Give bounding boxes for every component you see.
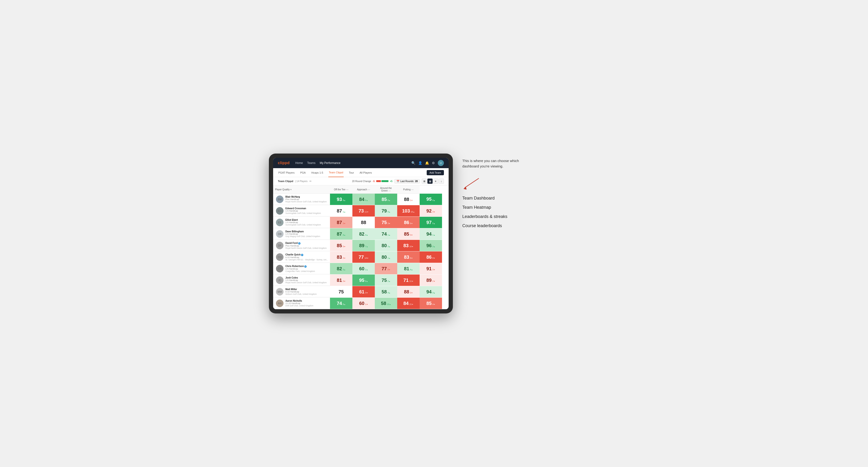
subnav-hcaps[interactable]: Hcaps 1-5 — [311, 168, 323, 177]
score-number: 75 — [382, 220, 387, 225]
dashboard-options: Team Dashboard Team Heatmap Leaderboards… — [462, 196, 599, 228]
edit-icon[interactable]: ✏ — [309, 180, 312, 183]
score-number: 58 — [382, 289, 387, 294]
option-leaderboards: Leaderboards & streaks — [462, 214, 599, 219]
player-cell-1[interactable]: EC Edward Crossman 1-5 Handicap Sunningd… — [273, 205, 330, 217]
subnav-tour[interactable]: Tour — [348, 168, 354, 177]
subnav-pgat[interactable]: PGAT Players — [278, 168, 295, 177]
user-icon[interactable]: 👤 — [418, 161, 422, 165]
change-arrow — [411, 269, 413, 271]
score-number: 94 — [427, 289, 432, 294]
score-change: 6 — [410, 222, 413, 224]
subnav-all-players[interactable]: All Players — [359, 168, 372, 177]
player-cell-0[interactable]: BM Blair McHarg Plus Handicap Royal Nort… — [273, 194, 330, 205]
nav-teams[interactable]: Teams — [307, 160, 315, 165]
subnav-team-clippd[interactable]: Team Clippd — [328, 168, 344, 177]
nav-home[interactable]: Home — [295, 160, 303, 165]
score-value: 84 21 — [397, 298, 420, 309]
change-arrow — [389, 280, 390, 282]
player-cell-4[interactable]: DF David Ford✓ Plus Handicap Royal North… — [273, 240, 330, 251]
player-handicap: 1-5 Handicap — [285, 233, 328, 235]
grid-view-btn[interactable]: ⊞ — [422, 179, 427, 184]
score-value: 92 3 — [420, 205, 442, 217]
player-cell-9[interactable]: AN Aaron Nicholls 11-15 Handicap Drift G… — [273, 298, 330, 309]
score-number: 85 — [404, 231, 409, 237]
player-avatar: DF — [276, 242, 283, 249]
round-change-section: 20 Round Change -5 +5 — [352, 180, 393, 183]
col-header-player[interactable]: Player Quality ▾ — [273, 185, 330, 194]
score-value: 77 14 — [352, 251, 375, 263]
settings-icon[interactable]: ⚙ — [432, 161, 435, 165]
score-value: 95 9 — [420, 194, 442, 205]
change-arrow — [434, 222, 435, 224]
player-cell-5[interactable]: CQ Charlie Quick✓ 6-10 Handicap St. Geor… — [273, 251, 330, 263]
score-cell-putting: 89 2 — [420, 275, 448, 286]
score-change: 7 — [365, 245, 368, 248]
col-header-approach[interactable]: Approach — — [352, 185, 375, 194]
col-header-putting[interactable]: Putting — — [397, 185, 420, 194]
score-change: 3 — [343, 269, 346, 271]
score-cell-player_quality: 87 3 — [330, 217, 352, 228]
score-cell-player_quality: 93 9 — [330, 194, 352, 205]
change-arrow — [411, 199, 413, 201]
score-cell-off_tee: 95 8 — [352, 275, 375, 286]
player-cell-3[interactable]: DB Dave Billingham 1-5 Handicap Gog Mago… — [273, 228, 330, 240]
score-cell-putting: 94 3 — [420, 286, 448, 298]
score-change: 4 — [388, 291, 390, 294]
change-arrow — [389, 269, 390, 271]
last-rounds-button[interactable]: 📅 Last Rounds: 20 — [394, 179, 420, 184]
score-number: 86 — [404, 220, 409, 225]
player-name: Chris Robertson✓ — [285, 265, 328, 268]
search-icon[interactable]: 🔍 — [411, 161, 415, 165]
change-negative: -5 — [373, 180, 375, 183]
score-value: 74 8 — [330, 298, 352, 309]
player-avatar: BM — [276, 195, 283, 203]
change-arrow — [344, 269, 346, 271]
player-cell-6[interactable]: CR Chris Robertson✓ 1-5 Handicap Craigmi… — [273, 263, 330, 275]
score-number: 88 — [361, 220, 366, 225]
score-number: 87 — [337, 208, 342, 214]
table-row: EC Edward Crossman 1-5 Handicap Sunningd… — [273, 205, 448, 217]
score-number: 95 — [427, 196, 432, 202]
add-team-button[interactable]: Add Team — [427, 170, 444, 175]
score-cell-player_quality: 87 4 — [330, 228, 352, 240]
player-cell-2[interactable]: EE Elliot Ebert 1-5 Handicap Sunningdale… — [273, 217, 330, 228]
player-name: Dave Billingham — [285, 230, 328, 233]
score-change: 1 — [388, 257, 390, 259]
score-number: 89 — [359, 243, 365, 248]
change-arrow — [412, 303, 413, 305]
col-header-around-green[interactable]: Around the Green — — [375, 185, 397, 194]
player-handicap: Plus Handicap — [285, 198, 328, 200]
score-cell-putting: 85 4 — [420, 298, 448, 309]
avatar[interactable]: U — [438, 160, 444, 166]
player-cell-7[interactable]: JC Josh Coles 1-5 Handicap Royal North D… — [273, 275, 330, 286]
player-info: Matt Miller 6-10 Handicap Woburn Golf Cl… — [285, 288, 328, 295]
player-handicap: 6-10 Handicap — [285, 256, 328, 258]
player-name: Aaron Nicholls — [285, 300, 328, 302]
score-number: 73 — [359, 208, 364, 214]
nav-links: Home Teams My Performance — [295, 160, 406, 165]
svg-line-0 — [465, 178, 479, 188]
nav-my-performance[interactable]: My Performance — [319, 160, 340, 165]
player-handicap: Plus Handicap — [285, 245, 328, 247]
player-club: Sunningdale Golf Club, United Kingdom — [285, 212, 328, 214]
score-change: 10 — [387, 303, 391, 305]
change-arrow — [434, 234, 435, 236]
player-cell-8[interactable]: MM Matt Miller 6-10 Handicap Woburn Golf… — [273, 286, 330, 298]
score-cell-approach: 74 1 — [375, 228, 397, 240]
bell-icon[interactable]: 🔔 — [425, 161, 429, 165]
score-change: 8 — [388, 199, 390, 201]
heatmap-view-btn[interactable]: ▦ — [427, 179, 433, 184]
change-arrow — [389, 211, 390, 213]
verified-icon: ✓ — [298, 242, 301, 245]
player-info: Josh Coles 1-5 Handicap Royal North Devo… — [285, 276, 328, 284]
download-btn[interactable]: ↓ — [439, 179, 444, 184]
list-view-btn[interactable]: ≡ — [433, 179, 438, 184]
player-info: Chris Robertson✓ 1-5 Handicap Craigmilla… — [285, 265, 328, 272]
score-number: 74 — [382, 231, 387, 237]
subnav-pga[interactable]: PGA — [300, 168, 306, 177]
change-arrow — [389, 291, 390, 294]
col-header-off-tee[interactable]: Off the Tee — — [330, 185, 352, 194]
score-change: 3 — [343, 257, 346, 259]
score-cell-around_green: 83 6 — [397, 251, 420, 263]
